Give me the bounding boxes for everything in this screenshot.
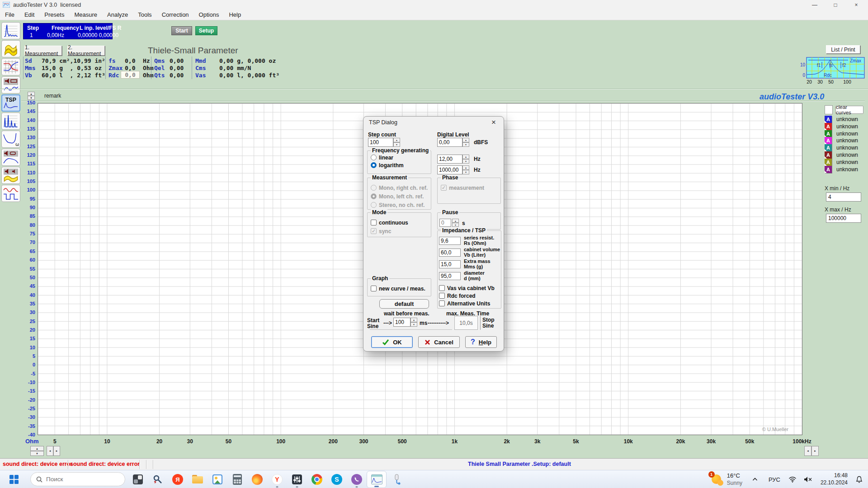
freq-low-input[interactable] — [437, 155, 462, 164]
xmax-input[interactable] — [826, 214, 861, 223]
taskbar-app-firefox[interactable] — [247, 471, 267, 488]
impedance-input-2[interactable] — [439, 260, 461, 268]
curve-color-icon[interactable]: A — [825, 123, 832, 130]
y-scale-spinner[interactable]: ▲▼ — [30, 446, 44, 456]
close-button[interactable]: × — [846, 0, 866, 9]
cancel-button[interactable]: Cancel — [418, 336, 460, 348]
measurement-2-tab[interactable]: 2. Measurement — [67, 46, 105, 56]
curve-color-icon[interactable]: A — [825, 137, 832, 144]
menu-item-tools[interactable]: Tools — [133, 11, 156, 18]
list-print-button[interactable]: List / Print — [826, 45, 860, 54]
continuous-checkbox[interactable] — [371, 220, 377, 225]
menu-item-measure[interactable]: Measure — [69, 11, 102, 18]
taskbar-app-viber[interactable] — [347, 471, 367, 488]
tool-speaker-mic[interactable] — [1, 149, 20, 166]
menu-item-edit[interactable]: Edit — [19, 11, 39, 18]
step-count-spinner[interactable]: ▲▼ — [393, 138, 400, 147]
wait-time-input[interactable] — [393, 318, 410, 327]
new-curve-checkbox[interactable] — [371, 286, 377, 291]
search-input[interactable] — [46, 476, 114, 483]
taskbar-app-password-tool[interactable] — [148, 471, 168, 488]
default-button[interactable]: default — [379, 299, 429, 309]
clear-curves-button[interactable]: clear curves — [835, 106, 863, 114]
menu-item-options[interactable]: Options — [194, 11, 224, 18]
taskbar-app-widgets-app[interactable] — [128, 471, 148, 488]
freq-high-input[interactable] — [437, 165, 462, 174]
tool-impedance-curve[interactable]: ω — [1, 131, 20, 148]
wait-time-spinner[interactable]: ▲▼ — [410, 318, 417, 327]
freq-high-spinner[interactable]: ▲▼ — [462, 165, 469, 174]
impedance-input-3[interactable] — [439, 272, 461, 280]
curve-color-icon[interactable]: A — [825, 166, 832, 173]
taskbar-app-chrome[interactable] — [307, 471, 327, 488]
impedance-input-0[interactable] — [439, 237, 461, 245]
pause-spinner[interactable]: ▲▼ — [452, 219, 459, 227]
tool-frequency-response[interactable] — [1, 58, 20, 75]
tray-language[interactable]: РУС — [764, 476, 785, 483]
sync-checkbox[interactable]: ✓ — [371, 228, 377, 234]
menu-item-file[interactable]: File — [0, 11, 19, 18]
weather-widget[interactable]: 1 16°C Sunny — [707, 472, 746, 486]
x-scroll-right-control[interactable]: ◄► — [804, 446, 819, 456]
x-scroll-left-control[interactable]: ◄► — [47, 446, 60, 456]
curve-color-icon[interactable]: A — [825, 116, 832, 123]
dialog-close-icon[interactable]: × — [485, 117, 503, 128]
measurement-radio-0[interactable] — [371, 185, 377, 191]
impedance-checkbox-1[interactable] — [439, 293, 445, 299]
step-count-input[interactable] — [368, 138, 393, 147]
tray-chevron-up-icon[interactable] — [746, 478, 764, 481]
digital-level-spinner[interactable]: ▲▼ — [462, 138, 469, 147]
remark-spinner[interactable]: ▲▼ — [28, 92, 35, 100]
taskbar-search[interactable] — [30, 472, 125, 486]
measurement-radio-2[interactable] — [371, 202, 377, 208]
tool-distortion[interactable] — [1, 113, 20, 130]
taskbar-app-skype[interactable]: S — [327, 471, 347, 488]
phase-measurement-checkbox[interactable]: ✓ — [441, 185, 447, 191]
ok-button[interactable]: OK — [371, 336, 413, 348]
setup-button[interactable]: Setup — [195, 26, 217, 35]
taskbar-app-file-explorer[interactable] — [188, 471, 208, 488]
volume-muted-icon[interactable] — [800, 476, 816, 483]
taskbar-app-calculator[interactable] — [227, 471, 247, 488]
taskbar-app-photos-app[interactable] — [208, 471, 227, 488]
curve-color-icon[interactable]: A — [825, 151, 832, 159]
tool-tsp[interactable]: TSP — [1, 94, 20, 112]
taskbar-app-audio-mixer[interactable] — [287, 471, 307, 488]
curve-color-icon[interactable]: A — [825, 159, 832, 166]
taskbar-app-yandex[interactable]: Я — [168, 471, 188, 488]
wifi-icon[interactable] — [785, 476, 800, 483]
curve-color-icon[interactable]: A — [825, 130, 832, 137]
tool-spectrum[interactable] — [1, 22, 20, 39]
minimize-button[interactable]: — — [805, 0, 825, 9]
tool-two-channel[interactable] — [1, 167, 20, 184]
impedance-checkbox-0[interactable] — [439, 285, 445, 291]
notification-bell-icon[interactable] — [852, 476, 868, 483]
freq-low-spinner[interactable]: ▲▼ — [462, 155, 469, 164]
linear-radio[interactable] — [371, 155, 377, 160]
curve-name-label: unknown — [836, 145, 858, 151]
start-button-windows[interactable] — [9, 474, 19, 486]
help-button[interactable]: ? Help — [465, 336, 497, 348]
menu-item-correction[interactable]: Correction — [157, 11, 194, 18]
logarithm-radio[interactable] — [371, 162, 377, 168]
impedance-checkbox-2[interactable] — [439, 300, 445, 306]
start-button[interactable]: Start — [171, 26, 192, 35]
maximize-button[interactable]: □ — [826, 0, 845, 9]
curve-color-icon[interactable]: A — [825, 144, 832, 151]
tool-generator[interactable] — [1, 40, 20, 57]
taskbar-app-audio-device[interactable] — [387, 471, 406, 488]
menu-item-analyze[interactable]: Analyze — [102, 11, 133, 18]
measurement-1-tab[interactable]: 1. Measurement — [24, 46, 62, 56]
taskbar-app-audiotester[interactable] — [367, 471, 387, 488]
menu-item-presets[interactable]: Presets — [39, 11, 69, 18]
xmin-input[interactable] — [826, 192, 861, 202]
tray-clock[interactable]: 16:48 22.10.2024 — [816, 472, 852, 486]
tool-impedance[interactable] — [1, 76, 20, 94]
menu-item-help[interactable]: Help — [224, 11, 246, 18]
pause-input[interactable] — [439, 219, 451, 227]
measurement-radio-1[interactable] — [371, 193, 377, 199]
taskbar-app-yandex-browser[interactable]: Y — [267, 471, 287, 488]
digital-level-input[interactable] — [437, 138, 462, 147]
impedance-input-1[interactable] — [439, 249, 461, 257]
tool-oscilloscope[interactable] — [1, 185, 20, 202]
